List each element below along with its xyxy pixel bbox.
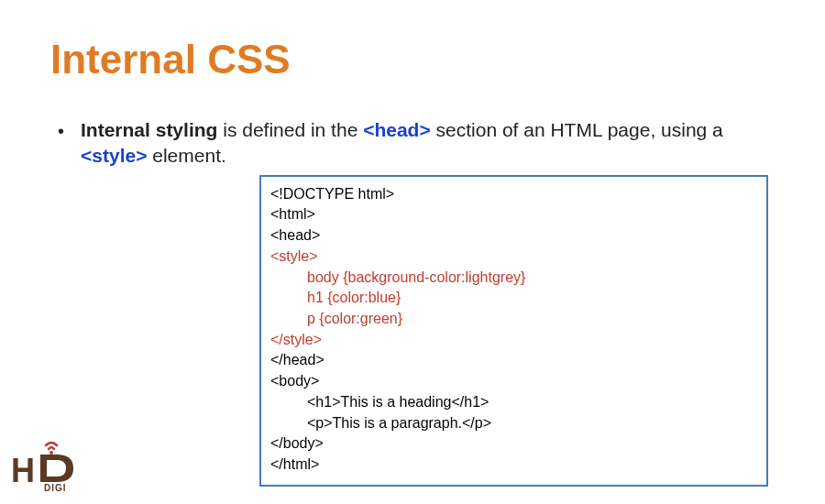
code-line: </head> bbox=[270, 350, 757, 371]
code-line: </html> bbox=[270, 455, 757, 476]
code-line: <h1>This is a heading</h1> bbox=[307, 392, 757, 413]
logo-text: DIGI bbox=[44, 483, 67, 493]
bullet-t1: is defined in the bbox=[217, 119, 363, 140]
slide: Internal CSS • Internal styling is defin… bbox=[0, 0, 825, 504]
bullet-t3: element. bbox=[147, 145, 226, 166]
brand-logo: H DIGI bbox=[11, 438, 94, 495]
bullet-strong: Internal styling bbox=[81, 119, 217, 140]
code-example-box: <!DOCTYPE html> <html> <head> <style> bo… bbox=[259, 175, 768, 487]
svg-rect-2 bbox=[40, 455, 47, 482]
svg-text:H: H bbox=[11, 452, 35, 489]
bullet-t2: section of an HTML page, using a bbox=[431, 119, 723, 140]
bullet-marker: • bbox=[58, 119, 64, 144]
bullet-text: Internal styling is defined in the <head… bbox=[81, 117, 775, 170]
code-line-style-close: </style> bbox=[270, 330, 757, 351]
code-line: <html> bbox=[270, 204, 757, 225]
code-line: <head> bbox=[270, 225, 757, 247]
code-line: <!DOCTYPE html> bbox=[270, 184, 757, 205]
bullet-item: • Internal styling is defined in the <he… bbox=[58, 117, 775, 170]
code-line-style-open: <style> bbox=[270, 247, 757, 268]
svg-point-0 bbox=[50, 451, 53, 455]
code-line-css: p {color:green} bbox=[307, 309, 757, 330]
code-line-css: body {background-color:lightgrey} bbox=[307, 268, 757, 289]
code-line: </body> bbox=[270, 433, 757, 455]
page-title: Internal CSS bbox=[50, 37, 775, 82]
code-line-css: h1 {color:blue} bbox=[307, 288, 757, 309]
code-line: <p>This is a paragraph.</p> bbox=[307, 413, 757, 434]
code-line: <body> bbox=[270, 371, 757, 392]
style-tag: <style> bbox=[81, 145, 147, 166]
head-tag: <head> bbox=[363, 119, 431, 140]
